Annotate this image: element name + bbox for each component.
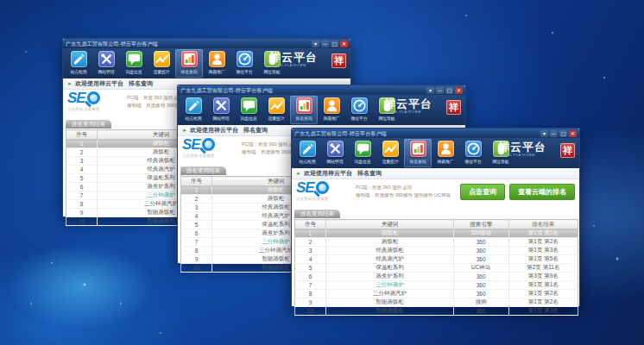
cell-keyword: 经典蒸汽炉	[326, 255, 454, 264]
toolbar-item-7[interactable]: 微信平台	[230, 49, 258, 78]
seo-slogan: 点击查询 全面掌握	[67, 106, 109, 112]
window-title: 广东九鼎工贸有限公司-祥云平台客户端	[66, 40, 282, 47]
seo-logo: SE 点击查询 全面掌握	[296, 180, 351, 204]
cell-no: 10	[66, 217, 98, 226]
flag-icon: ►	[182, 128, 187, 133]
maximize-button[interactable]: ▢	[331, 41, 338, 47]
table-row[interactable]: 4经典蒸汽炉360第1页 第5名	[295, 255, 578, 264]
view-cloud-rank-button[interactable]: 查看云端的排名	[509, 184, 575, 200]
toolbar-item-6[interactable]: 商霸推广	[203, 49, 230, 78]
toolbar-item-label: 流量统计	[153, 69, 169, 75]
cell-keyword: 保温柜系列	[326, 264, 454, 273]
cell-engine: 360	[453, 290, 508, 298]
promotion-icon	[438, 141, 454, 157]
toolbar-item-label: 微信平台	[464, 159, 481, 165]
toolbar-item-2[interactable]: 网站管理	[321, 139, 349, 167]
close-button[interactable]: ✕	[340, 41, 348, 47]
skin-button[interactable]: ▾	[312, 41, 319, 47]
table-row[interactable]: 5保温柜系列UC神马第2页 第11名	[295, 264, 578, 273]
cell-no: 7	[295, 281, 326, 290]
tab-rank-results[interactable]: 排名查询结果	[180, 166, 226, 175]
toolbar-item-6[interactable]: 商霸推广	[318, 96, 345, 124]
window-content: ► 欢迎使用祥云平台 排名查询 SE 点击查询 全面掌握 PC端：百度 360 …	[292, 168, 579, 306]
cell-engine: 360	[453, 255, 508, 264]
site-manage-icon	[98, 51, 115, 67]
welcome-text: 欢迎使用祥云平台	[190, 126, 238, 135]
table-row[interactable]: 7三分钟蒸炉360第1页 第1名	[295, 281, 578, 290]
cell-rank: 第1页 第3名	[508, 307, 578, 316]
cell-keyword: 三分钟蒸炉	[326, 281, 454, 290]
toolbar-item-5[interactable]: 排名查询	[175, 49, 203, 78]
table-row[interactable]: 6蒸煮炉系列360第3页 第9名	[295, 273, 578, 281]
toolbar-item-1[interactable]: 站点检测	[65, 49, 92, 78]
minimize-button[interactable]: ─	[321, 41, 329, 47]
skin-button[interactable]: ▾	[426, 87, 434, 94]
cell-engine: 360	[453, 238, 508, 247]
toolbar-item-3[interactable]: 询盘信息	[235, 96, 262, 124]
toolbar-item-5[interactable]: 排名查询	[290, 96, 318, 124]
cell-no: 5	[295, 264, 326, 273]
toolbar-item-2[interactable]: 网站管理	[207, 96, 235, 124]
minimize-button[interactable]: ─	[436, 87, 444, 94]
table-row[interactable]: 8三分钟蒸汽炉360第1页 第2名	[295, 290, 578, 298]
toolbar-item-4[interactable]: 流量统计	[376, 139, 404, 167]
table-row[interactable]: 2蒸饭柜360第1页 第2名	[295, 238, 578, 247]
window-titlebar[interactable]: 广东九鼎工贸有限公司-祥云平台客户端 ▾ ─ ▢ ✕	[292, 129, 579, 138]
close-button[interactable]: ✕	[455, 87, 463, 94]
window-titlebar[interactable]: 广东九鼎工贸有限公司-祥云平台客户端 ▾ ─ ▢ ✕	[63, 39, 350, 48]
toolbar-item-2[interactable]: 网站管理	[92, 49, 120, 78]
window-titlebar[interactable]: 广东九鼎工贸有限公司-祥云平台客户端 ▾ ─ ▢ ✕	[178, 85, 465, 95]
toolbar-item-1[interactable]: 站点检测	[180, 96, 207, 124]
minimize-button[interactable]: ─	[550, 130, 558, 137]
toolbar-item-6[interactable]: 商霸推广	[432, 139, 459, 167]
cell-rank: 第3页 第9名	[508, 273, 578, 281]
rank-table-body: 1蒸饭柜360移动第1页 第1名2蒸饭柜360第1页 第2名3经典蒸饭柜360第…	[295, 229, 578, 316]
cell-no: 3	[181, 204, 212, 212]
cell-no: 3	[295, 247, 326, 255]
cell-no: 5	[181, 221, 212, 229]
toolbar-item-1[interactable]: 站点检测	[294, 139, 321, 167]
breadcrumb: 排名查询	[357, 169, 382, 178]
seo-logo: SE 点击查询 全面掌握	[182, 137, 237, 160]
seo-slogan: 点击查询 全面掌握	[296, 196, 338, 202]
toolbar-item-7[interactable]: 微信平台	[459, 139, 487, 167]
toolbar-item-4[interactable]: 流量统计	[148, 49, 175, 78]
brand-name: 祥云平台	[384, 98, 444, 110]
table-row[interactable]: 10智能蒸饭柜360第1页 第3名	[295, 307, 578, 316]
toolbar-item-3[interactable]: 询盘信息	[349, 139, 376, 167]
cell-no: 2	[181, 195, 212, 204]
welcome-text: 欢迎使用祥云平台	[304, 169, 352, 178]
toolbar-item-7[interactable]: 微信平台	[345, 96, 373, 124]
maximize-button[interactable]: ▢	[445, 87, 453, 94]
table-row[interactable]: 9智能蒸饭柜搜狗第1页 第2名	[295, 298, 578, 307]
toolbar-item-label: 商霸推广	[208, 69, 224, 75]
tab-rank-results[interactable]: 排名查询结果	[294, 210, 340, 218]
close-button[interactable]: ✕	[569, 130, 577, 137]
maximize-button[interactable]: ▢	[559, 130, 567, 137]
toolbar-items: 站点检测网站管理询盘信息流量统计排名查询商霸推广微信平台网址导航	[180, 95, 401, 125]
brand-logo: 祥云平台 CLOUD PLATFORM 祥	[269, 52, 346, 69]
toolbar-item-5[interactable]: 排名查询	[404, 139, 432, 167]
wechat-platform-icon	[465, 141, 482, 157]
tab-rank-results[interactable]: 排名查询结果	[66, 120, 111, 129]
toolbar-item-label: 询盘信息	[354, 159, 370, 165]
toolbar-item-label: 排名查询	[409, 159, 426, 165]
table-row[interactable]: 1蒸饭柜360移动第1页 第1名	[295, 229, 578, 238]
query-button[interactable]: 点击查询	[460, 184, 505, 200]
cell-keyword: 经典蒸饭柜	[326, 247, 454, 255]
cell-no: 6	[295, 273, 326, 281]
cell-no: 6	[181, 229, 212, 238]
toolbar-item-label: 站点检测	[185, 116, 201, 122]
cell-no: 8	[181, 247, 212, 255]
cell-keyword: 智能蒸饭柜	[326, 307, 454, 316]
skin-button[interactable]: ▾	[540, 130, 548, 137]
cell-rank: 第1页 第2名	[508, 238, 578, 247]
window-title: 广东九鼎工贸有限公司-祥云平台客户端	[180, 86, 397, 94]
table-row[interactable]: 3经典蒸饭柜360第1页 第3名	[295, 247, 578, 255]
promotion-icon	[209, 51, 225, 67]
toolbar-item-4[interactable]: 流量统计	[262, 96, 290, 124]
cell-no: 2	[295, 238, 326, 247]
header-rank: 排名结果	[508, 220, 578, 229]
toolbar-item-3[interactable]: 询盘信息	[120, 49, 148, 78]
cell-no: 1	[66, 140, 98, 148]
